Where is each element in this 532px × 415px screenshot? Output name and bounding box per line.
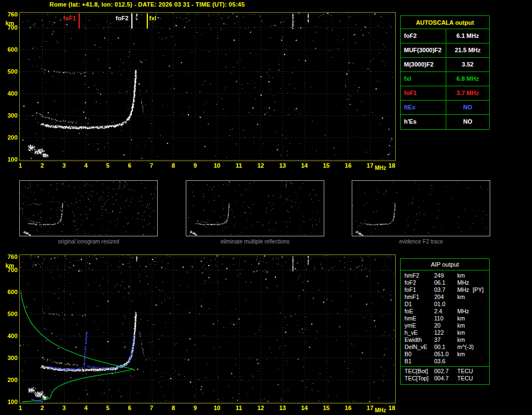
aip-param-unit: TECU	[457, 375, 473, 382]
y-axis-unit-label: km	[5, 20, 14, 26]
x-axis-tick-label: 2	[36, 405, 48, 411]
y-axis-tick-label: 200	[3, 134, 18, 141]
x-axis-tick-label: 1	[14, 405, 26, 411]
marker-label-fof2: foF2	[110, 15, 129, 21]
autoscala-table-row: fxI6.8 MHz	[401, 72, 489, 86]
aip-table-row: foF103.7MHz[PY]	[401, 286, 489, 294]
aip-param-label: hmF1	[404, 294, 419, 301]
aip-param-unit: km	[457, 322, 465, 329]
thumbnail-no-multiples-canvas	[186, 181, 324, 236]
aip-param-unit: MHz	[457, 279, 469, 286]
x-axis-tick-label: 10	[211, 162, 223, 169]
x-axis-tick-label: 15	[320, 162, 332, 169]
thumbnail-f2-trace-canvas	[352, 181, 490, 236]
aip-param-value: 002.7	[434, 368, 448, 375]
x-axis-tick-label: 4	[80, 405, 92, 411]
autoscala-table-rows: foF26.1 MHzMUF(3000)F221.5 MHzM(3000)F23…	[401, 29, 489, 129]
aip-param-value: 37	[434, 336, 441, 344]
y-axis-tick-label: 200	[3, 377, 18, 383]
autoscala-table-row: M(3000)F23.52	[401, 58, 489, 72]
aip-param-label: hmE	[404, 315, 417, 322]
x-axis-tick-label: 17	[364, 405, 376, 411]
marker-label-fof1: foF1	[57, 15, 76, 21]
x-axis-unit-label: MHz	[375, 165, 386, 171]
autoscala-param-label: h'Es	[401, 115, 446, 129]
y-axis-tick-label: 300	[3, 112, 18, 119]
thumbnail-original-canvas	[20, 181, 157, 236]
profile-canvas	[20, 255, 395, 403]
aip-param-label: h_vE	[404, 329, 418, 336]
aip-param-value: 03.7	[434, 286, 445, 294]
aip-param-label: hmF2	[404, 272, 419, 279]
aip-table-row: Ewidth37km	[401, 336, 489, 344]
marker-line-fof1	[79, 13, 80, 29]
autoscala-param-value: NO	[446, 101, 489, 114]
x-axis-tick-label: 1	[14, 162, 26, 169]
autoscala-param-value: NO	[446, 115, 489, 129]
aip-table-row: ymE20km	[401, 322, 489, 329]
aip-table-row: TEC[Bot]002.7TECU	[401, 368, 489, 375]
x-axis-tick-label: 6	[124, 162, 136, 169]
aip-table-row: D101.0	[401, 301, 489, 308]
aip-table-row: foE2.4MHz	[401, 308, 489, 315]
y-axis-unit-label: km	[5, 262, 14, 269]
aip-param-unit: km	[457, 329, 465, 336]
autoscala-app-window: Rome (lat: +41.8, lon: 012.5) - DATE: 20…	[0, 0, 532, 415]
aip-param-unit: km	[457, 351, 465, 358]
autoscala-param-label: foF2	[401, 29, 446, 43]
aip-param-value: 110	[434, 315, 444, 322]
x-axis-tick-label: 16	[342, 162, 354, 169]
aip-table-row: h_vE122km	[401, 329, 489, 336]
x-axis-tick-label: 2	[36, 162, 48, 169]
y-axis-tick-label: 600	[3, 46, 18, 53]
aip-param-value: 051.0	[434, 351, 448, 358]
autoscala-param-label: M(3000)F2	[401, 58, 446, 71]
y-axis-tick-label: 500	[3, 68, 18, 75]
x-axis-tick-label: 16	[342, 405, 354, 411]
autoscala-param-value: 21.5 MHz	[446, 43, 489, 57]
y-axis-tick-label: 300	[3, 355, 18, 361]
aip-table-row: hmE110km	[401, 315, 489, 322]
aip-param-label: foF1	[404, 286, 416, 294]
aip-table-row: hmF2249km	[401, 272, 489, 279]
x-axis-tick-label: 10	[211, 405, 223, 411]
profile-plot	[19, 254, 396, 403]
autoscala-param-value: 3.52	[446, 58, 489, 71]
autoscala-param-label: ftEs	[401, 101, 446, 114]
autoscala-param-value: 6.8 MHz	[446, 72, 489, 86]
autoscala-table-row: foF13.7 MHz	[401, 86, 489, 101]
aip-param-unit: km	[457, 315, 465, 322]
autoscala-table-row: ftEsNO	[401, 101, 489, 115]
y-axis-tick-label: 600	[3, 289, 18, 295]
station-datetime-title: Rome (lat: +41.8, lon: 012.5) - DATE: 20…	[49, 1, 245, 8]
aip-param-label: D1	[404, 301, 412, 308]
x-axis-tick-label: 3	[58, 162, 70, 169]
aip-param-value: 249	[434, 272, 444, 279]
aip-param-value: 03.6	[434, 358, 445, 365]
aip-param-value: 004.7	[434, 375, 448, 382]
x-axis-tick-label: 18	[386, 405, 398, 411]
autoscala-param-label: fxI	[401, 72, 446, 86]
ionogram-plot	[19, 12, 396, 161]
aip-param-value: 06.1	[434, 279, 445, 286]
x-axis-tick-label: 5	[102, 405, 114, 411]
aip-param-label: B1	[404, 358, 412, 365]
aip-param-unit: km	[457, 336, 465, 344]
thumbnail-no-multiples	[186, 180, 324, 236]
thumbnail-original-ionogram	[19, 180, 158, 236]
aip-table-row: B0051.0km	[401, 351, 489, 358]
aip-param-unit: km	[457, 294, 465, 301]
ionogram-canvas	[20, 13, 395, 161]
x-axis-tick-label: 7	[146, 162, 158, 169]
x-axis-tick-label: 6	[124, 405, 136, 411]
thumbnail-f2-trace	[352, 180, 490, 236]
aip-param-value: 20	[434, 322, 441, 329]
aip-param-unit: MHz	[457, 286, 469, 294]
marker-label-fxi: fxI	[149, 15, 157, 21]
autoscala-table-row: MUF(3000)F221.5 MHz	[401, 43, 489, 58]
aip-param-unit: km	[457, 272, 465, 279]
marker-line-fxi	[147, 13, 148, 29]
aip-param-label: Ewidth	[404, 336, 422, 344]
autoscala-param-label: MUF(3000)F2	[401, 43, 446, 57]
aip-param-extra: [PY]	[473, 286, 484, 294]
